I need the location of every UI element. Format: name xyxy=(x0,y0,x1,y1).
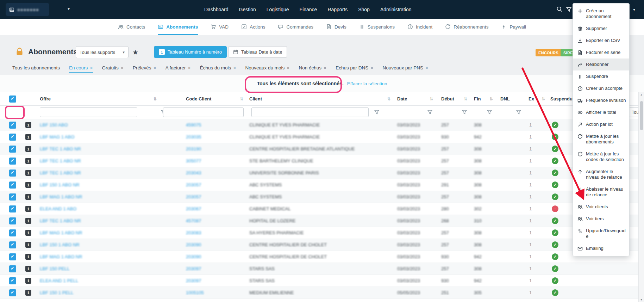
table-row[interactable]: 1LBF 150 ABO459075CLINIQUE ET YVES PHARM… xyxy=(0,119,644,131)
row-checkbox[interactable] xyxy=(9,181,16,189)
sort-icon[interactable]: ⇅ xyxy=(464,97,467,101)
table-numero-button[interactable]: 1 Tableau Numéro à numéro xyxy=(154,46,227,58)
row-checkbox[interactable] xyxy=(9,277,16,284)
nav-item-shop[interactable]: Shop xyxy=(358,7,370,12)
offre-link[interactable]: LBF MAG 1 ABO NR xyxy=(40,194,82,199)
offre-link[interactable]: LBF TEC 1 ABO NR xyxy=(40,146,81,152)
menu-item-frequence-livraison[interactable]: Fréquence livraison xyxy=(573,94,629,106)
chip-tous-les-abonnements[interactable]: Tous les abonnements xyxy=(12,65,60,72)
menu-item-action-par-lot[interactable]: Action par lot xyxy=(573,118,629,130)
dnl-funnel-icon[interactable] xyxy=(516,109,521,115)
chip-echus-par-dns[interactable]: Echus par DNS× xyxy=(336,65,373,73)
table-date-button[interactable]: Tableau Date à date xyxy=(228,46,287,58)
sort-icon[interactable]: ⇅ xyxy=(153,97,157,101)
tab-reabonnements[interactable]: Réabonnements xyxy=(445,19,488,35)
row-checkbox[interactable] xyxy=(9,122,16,129)
date-funnel-icon[interactable] xyxy=(427,109,433,115)
tab-actions[interactable]: Actions xyxy=(241,19,265,35)
tab-abonnements[interactable]: Abonnements xyxy=(158,19,198,35)
menu-item-voir-clients[interactable]: Voir clients xyxy=(573,201,629,213)
chip-close-icon[interactable]: × xyxy=(287,65,289,71)
filter-icon[interactable] xyxy=(566,6,572,12)
table-row[interactable]: 1LBF TEC 1 ABO NR203043UNIVERSITE SORBON… xyxy=(0,167,644,179)
menu-item-abaisser-le-niveau-de-relance[interactable]: Abaisser le niveau de relance xyxy=(573,183,629,201)
nav-item-gestion[interactable]: Gestion xyxy=(239,7,256,12)
table-row[interactable]: 1LBF MAG 1 ABO NR203083SA HYERES PHARMAC… xyxy=(0,227,644,239)
row-checkbox[interactable] xyxy=(9,265,16,272)
sort-icon[interactable]: ⇅ xyxy=(489,97,493,101)
tab-devis[interactable]: Devis xyxy=(326,19,346,35)
supports-select[interactable]: Tous les supports ▾ xyxy=(76,46,129,58)
chip-close-icon[interactable]: × xyxy=(370,65,373,71)
menu-item-afficher-le-total[interactable]: Afficher le total xyxy=(573,106,629,118)
chip-close-icon[interactable]: × xyxy=(324,65,326,71)
offre-link[interactable]: LBF TEC 1 ABO NR xyxy=(40,218,81,223)
row-checkbox[interactable] xyxy=(9,146,16,153)
code-client-link[interactable]: 1005105 xyxy=(186,290,204,295)
code-client-link[interactable]: 203090 xyxy=(186,242,201,247)
offre-link[interactable]: LBF 150 1 PELL xyxy=(40,290,73,295)
client-funnel-icon[interactable] xyxy=(374,109,380,115)
scrollbar-thumb[interactable] xyxy=(640,101,643,130)
offre-link[interactable]: LBF MAG 1 ABO NR xyxy=(40,254,82,259)
menu-item-voir-tiers[interactable]: Voir tiers xyxy=(573,213,629,225)
table-row[interactable]: 1LBF MAG 1 ABO203035CLINIQUE ET YVES PHA… xyxy=(0,131,644,143)
user-menu-chevron-icon[interactable]: ▾ xyxy=(633,7,635,12)
sort-icon[interactable]: ⇅ xyxy=(542,97,545,101)
offre-filter-input[interactable] xyxy=(40,107,137,117)
offre-link[interactable]: LBF 150 ABO xyxy=(40,122,68,128)
menu-item-creer-un-acompte[interactable]: Créer un acompte xyxy=(573,82,629,94)
tab-suspensions[interactable]: Suspensions xyxy=(359,19,395,35)
scroll-down-icon[interactable]: ▼ xyxy=(640,297,643,302)
row-checkbox[interactable] xyxy=(9,134,16,141)
offre-link[interactable]: LBF MAG 1 ABO xyxy=(40,134,74,140)
offre-link[interactable]: LBF TEC 1 ABO NR xyxy=(40,170,81,175)
code-client-link[interactable]: 457087 xyxy=(186,218,201,223)
chip-echus-du-mois[interactable]: Échus du mois× xyxy=(200,65,236,73)
row-checkbox[interactable] xyxy=(9,289,16,296)
debut-funnel-icon[interactable] xyxy=(462,109,467,115)
fin-funnel-icon[interactable] xyxy=(487,109,492,115)
menu-item-exporter-en-csv[interactable]: Exporter en CSV xyxy=(573,35,629,47)
menu-item-creer-un-abonnement[interactable]: Créer un abonnement xyxy=(573,5,629,23)
chip-a-facturer[interactable]: A facturer× xyxy=(165,65,191,73)
menu-item-upgrade-downgrade[interactable]: Upgrade/Downgrade xyxy=(573,225,629,242)
tab-contacts[interactable]: Contacts xyxy=(118,19,145,35)
code-client-link[interactable]: 203057 xyxy=(186,194,201,199)
chip-preleves[interactable]: Prélevés× xyxy=(133,65,156,73)
chip-gratuits[interactable]: Gratuits× xyxy=(102,65,124,73)
table-row[interactable]: 1LBF MAG 1 ABO NR203057ABC SYSTEMS03/03/… xyxy=(0,191,644,203)
offre-link[interactable]: LBF 150 PELL xyxy=(40,266,70,271)
favorite-star-icon[interactable]: ★ xyxy=(132,48,138,56)
row-checkbox[interactable] xyxy=(9,229,16,236)
table-row[interactable]: 1LBF TEC 1 ABO NR203190CENTRE HOSPITALIE… xyxy=(0,143,644,155)
select-all-checkbox[interactable] xyxy=(9,95,16,103)
chip-close-icon[interactable]: × xyxy=(233,65,236,71)
menu-item-emailing[interactable]: Emailing xyxy=(573,242,629,254)
clear-selection-link[interactable]: Effacer la sélection xyxy=(347,81,387,86)
tab-incident[interactable]: Incident xyxy=(407,19,432,35)
table-row[interactable]: 1LBF 150 1 PELL1005105MEDIUM EMILIENNE05… xyxy=(0,287,644,299)
code-client-filter-input[interactable] xyxy=(163,107,244,117)
offre-link[interactable]: LBF 150 1 ABO NR xyxy=(40,242,80,247)
chip-close-icon[interactable]: × xyxy=(90,65,93,71)
brand-chevron-down-icon[interactable]: ▾ xyxy=(68,6,70,11)
table-row[interactable]: 1LBF 150 1 ABO NR203057ABC SYSTEMS03/03/… xyxy=(0,179,644,191)
chip-close-icon[interactable]: × xyxy=(188,65,191,71)
chip-close-icon[interactable]: × xyxy=(121,65,124,71)
tab-commandes[interactable]: Commandes xyxy=(278,19,313,35)
nav-item-dashboard[interactable]: Dashboard xyxy=(204,7,229,12)
sort-icon[interactable]: ⇅ xyxy=(387,97,390,101)
code-client-link[interactable]: 203067 xyxy=(186,206,201,211)
chip-non-echus[interactable]: Non échus× xyxy=(299,65,326,73)
code-client-link[interactable]: 305077 xyxy=(186,158,201,164)
chip-close-icon[interactable]: × xyxy=(154,65,156,71)
menu-item-reabonner[interactable]: Réabonner xyxy=(573,58,629,70)
row-checkbox[interactable] xyxy=(9,253,16,260)
row-checkbox[interactable] xyxy=(9,217,16,224)
code-client-link[interactable]: 203190 xyxy=(186,146,201,152)
table-row[interactable]: 1LBF 150 1 ABO NR203090CENTRE HOSPITALIE… xyxy=(0,239,644,251)
table-row[interactable]: 1LBF MAG 1 ABO NR203090CENTRE HOSPITALIE… xyxy=(0,251,644,263)
table-row[interactable]: 1ELEA AND 1 PELL203097STARS SAS03/03/202… xyxy=(0,275,644,287)
code-client-link[interactable]: 203090 xyxy=(186,254,201,259)
